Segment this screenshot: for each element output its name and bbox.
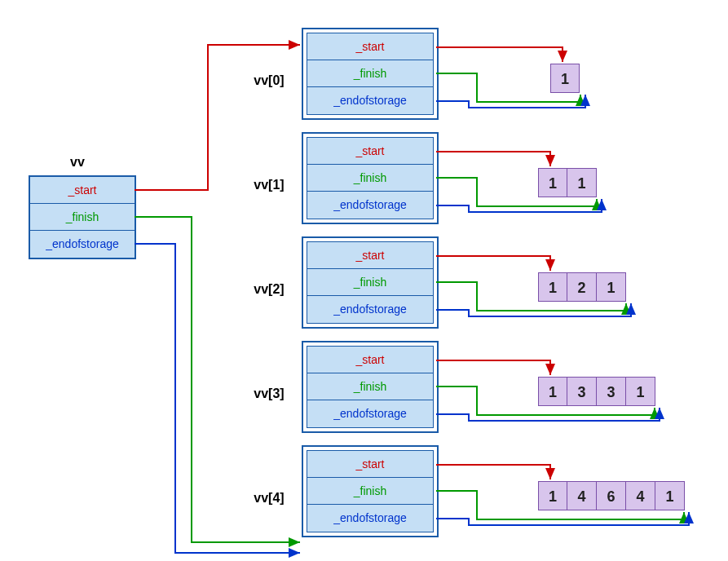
outer-vector-label: vv xyxy=(53,155,102,170)
data-cell: 4 xyxy=(567,481,597,510)
data-cell: 1 xyxy=(550,64,580,93)
outer-start-row: _start xyxy=(30,177,135,204)
inner-3-finish-row: _finish xyxy=(307,373,433,400)
inner-vector-1: _start _finish _endofstorage xyxy=(307,137,434,219)
data-cell: 1 xyxy=(655,481,685,510)
data-cell: 1 xyxy=(597,272,626,302)
data-cell: 1 xyxy=(538,377,567,406)
inner-3-start-row: _start xyxy=(307,347,433,373)
inner-label-0: vv[0] xyxy=(245,73,293,88)
inner-1-eos-row: _endofstorage xyxy=(307,192,433,219)
inner-3-eos-row: _endofstorage xyxy=(307,400,433,427)
inner-vector-2: _start _finish _endofstorage xyxy=(307,241,434,324)
inner-1-finish-row: _finish xyxy=(307,165,433,192)
data-array-1: 1 1 xyxy=(538,168,597,197)
inner-2-start-row: _start xyxy=(307,242,433,269)
inner-0-finish-row: _finish xyxy=(307,60,433,87)
inner-label-2: vv[2] xyxy=(245,282,293,297)
inner-container-3: _start _finish _endofstorage xyxy=(302,341,439,433)
outer-eos-row: _endofstorage xyxy=(30,231,135,258)
inner-label-4: vv[4] xyxy=(245,491,293,506)
inner-0-start-row: _start xyxy=(307,33,433,60)
inner-0-eos-row: _endofstorage xyxy=(307,87,433,114)
inner-2-eos-row: _endofstorage xyxy=(307,296,433,323)
inner-4-start-row: _start xyxy=(307,451,433,478)
data-cell: 1 xyxy=(626,377,655,406)
data-array-0: 1 xyxy=(550,64,580,93)
inner-container-0: _start _finish _endofstorage xyxy=(302,28,439,120)
inner-container-2: _start _finish _endofstorage xyxy=(302,236,439,329)
inner-2-finish-row: _finish xyxy=(307,269,433,296)
inner-container-1: _start _finish _endofstorage xyxy=(302,132,439,224)
inner-label-3: vv[3] xyxy=(245,387,293,401)
inner-vector-4: _start _finish _endofstorage xyxy=(307,450,434,532)
data-array-4: 1 4 6 4 1 xyxy=(538,481,685,510)
data-cell: 1 xyxy=(567,168,597,197)
vector-of-vectors-diagram: vv _start _finish _endofstorage vv[0] _s… xyxy=(16,16,712,545)
inner-container-4: _start _finish _endofstorage xyxy=(302,445,439,537)
data-cell: 1 xyxy=(538,272,567,302)
data-cell: 2 xyxy=(567,272,597,302)
data-array-3: 1 3 3 1 xyxy=(538,377,655,406)
inner-vector-0: _start _finish _endofstorage xyxy=(307,33,434,115)
inner-4-finish-row: _finish xyxy=(307,478,433,505)
data-cell: 4 xyxy=(626,481,655,510)
data-cell: 1 xyxy=(538,168,567,197)
inner-4-eos-row: _endofstorage xyxy=(307,505,433,532)
inner-label-1: vv[1] xyxy=(245,178,293,192)
data-array-2: 1 2 1 xyxy=(538,272,626,302)
inner-1-start-row: _start xyxy=(307,138,433,165)
data-cell: 6 xyxy=(597,481,626,510)
outer-finish-row: _finish xyxy=(30,204,135,231)
data-cell: 1 xyxy=(538,481,567,510)
outer-vector-box: _start _finish _endofstorage xyxy=(29,175,136,259)
inner-vector-3: _start _finish _endofstorage xyxy=(307,346,434,428)
data-cell: 3 xyxy=(567,377,597,406)
data-cell: 3 xyxy=(597,377,626,406)
